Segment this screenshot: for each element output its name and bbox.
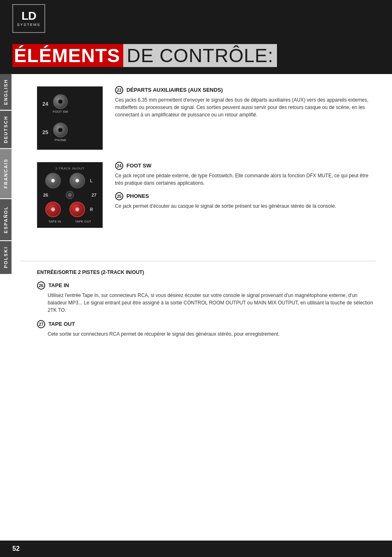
device-image-aux: 24 FOOT SW 25 PHONE (37, 86, 103, 150)
tape-out-title: 27 TAPE OUT (37, 320, 376, 329)
footsw-title-text: FOOT SW (127, 162, 152, 169)
jack-24-plug (53, 94, 68, 109)
aux-sends-text: Ces jacks 6,35 mm permettent d'envoyer l… (115, 96, 376, 118)
track-26-number: 26 (43, 193, 48, 197)
phones-title: 25 PHONES (115, 193, 376, 201)
phones-title-text: PHONES (127, 193, 149, 199)
track-panel-title: 2-TRACK IN/OUT (42, 167, 98, 170)
track-27-number: 27 (92, 193, 97, 197)
section-2track: 2-TRACK IN/OUT L 26 (37, 162, 376, 228)
tape-in-text: Utilisez l'entrée Tape In, sur connecteu… (48, 292, 376, 314)
side-tabs: ENGLISH DEUTSCH FRANCAIS ESPAÑOL POLSKI (0, 74, 12, 275)
track-panel: 2-TRACK IN/OUT L 26 (37, 162, 103, 228)
footsw-text: Ce jack reçoit une pédale externe, de ty… (115, 172, 376, 187)
tape-out-label: TAPE OUT (75, 220, 91, 223)
page-number: 52 (12, 545, 20, 552)
sidebar-item-espanol[interactable]: ESPAÑOL (0, 199, 12, 240)
jack-24-plug-inner (58, 99, 63, 104)
jack-24-row: 24 FOOT SW (42, 94, 97, 114)
rca-27-top (66, 173, 88, 188)
tape-in-section: 26 TAPE IN Utilisez l'entrée Tape In, su… (37, 282, 376, 314)
rca-26-bottom-plug (45, 202, 61, 217)
tape-in-title: 26 TAPE IN (37, 282, 376, 290)
footsw-phones-content: 24 FOOT SW Ce jack reçoit une pédale ext… (115, 162, 376, 210)
tape-out-number: 27 (37, 320, 45, 328)
sidebar-item-francais[interactable]: FRANCAIS (0, 149, 12, 198)
footsw-title: 24 FOOT SW (115, 162, 376, 170)
header-title-light: DE CONTRÔLE: (123, 44, 277, 67)
rca-center-placeholder (66, 191, 74, 199)
tape-in-label: TAPE IN (48, 220, 61, 223)
tape-out-section: 27 TAPE OUT Cete sortie sur connecteurs … (37, 320, 376, 338)
jack-24-label: FOOT SW (53, 110, 68, 114)
header-title: ÉLÉMENTSDE CONTRÔLE: (12, 44, 277, 67)
jack-25-row: 25 PHONE (42, 123, 97, 142)
tape-in-number: 26 (37, 281, 45, 290)
rca-26-top-inner (51, 179, 55, 183)
sidebar-item-english[interactable]: ENGLISH (0, 74, 12, 110)
jack-25-label: PHONE (55, 138, 66, 142)
rca-27-top-inner (75, 179, 79, 183)
logo-ld-text: LD (21, 10, 36, 22)
separator (21, 261, 376, 261)
rca-27-bottom-plug (69, 202, 85, 217)
track-L-label: L (90, 179, 98, 183)
tape-out-text: Cete sortie sur connecteurs RCA permet d… (48, 330, 376, 338)
logo: LD SYSTEMS (12, 4, 45, 33)
aux-sends-title-text: DÉPARTS AUXILIAIRES (AUX SENDS) (127, 87, 223, 93)
jack-25-plug-inner (58, 128, 63, 132)
rca-26-bottom-inner (51, 207, 55, 211)
jack-25-plug (53, 123, 68, 137)
rca-27-bottom-inner (75, 207, 79, 211)
footsw-number: 24 (115, 162, 123, 170)
bottom-bar: 52 (0, 541, 392, 557)
aux-sends-content: 23 DÉPARTS AUXILIAIRES (AUX SENDS) Ces j… (115, 86, 376, 118)
header-title-bar: ÉLÉMENTSDE CONTRÔLE: (0, 37, 392, 74)
main-content: 24 FOOT SW 25 PHONE (16, 74, 392, 253)
tape-in-title-text: TAPE IN (48, 282, 69, 288)
logo-systems-text: SYSTEMS (17, 23, 40, 27)
jack-25-number: 25 (42, 129, 51, 135)
sidebar-item-deutsch[interactable]: DEUTSCH (0, 111, 12, 148)
rca-26-bottom (42, 202, 64, 217)
aux-sends-title: 23 DÉPARTS AUXILIAIRES (AUX SENDS) (115, 86, 376, 95)
aux-sends-number: 23 (115, 86, 123, 94)
entries-heading: ENTRÉE/SORTIE 2 PISTES (2-TRACK IN/OUT) (37, 269, 376, 275)
track-grid-top: L (42, 173, 98, 188)
entries-section: ENTRÉE/SORTIE 2 PISTES (2-TRACK IN/OUT) … (16, 269, 392, 338)
rca-27-bottom (66, 202, 88, 217)
rca-27-top-plug (69, 173, 85, 188)
top-bar: LD SYSTEMS (0, 0, 392, 37)
phones-text: Ce jack permet d'écouter au casque le si… (115, 202, 376, 210)
jack-24-number: 24 (42, 101, 51, 107)
phones-number: 25 (115, 192, 123, 200)
section-aux-sends: 24 FOOT SW 25 PHONE (37, 86, 376, 150)
sidebar-item-polski[interactable]: POLSKI (0, 241, 12, 274)
header-title-bold: ÉLÉMENTS (12, 44, 123, 67)
track-R-label: R (90, 207, 98, 212)
tape-out-title-text: TAPE OUT (48, 321, 75, 327)
track-grid-bottom: R (42, 202, 98, 217)
rca-26-top (42, 173, 64, 188)
rca-26-top-plug (45, 173, 61, 188)
track-bottom-labels: TAPE IN TAPE OUT (42, 220, 98, 223)
